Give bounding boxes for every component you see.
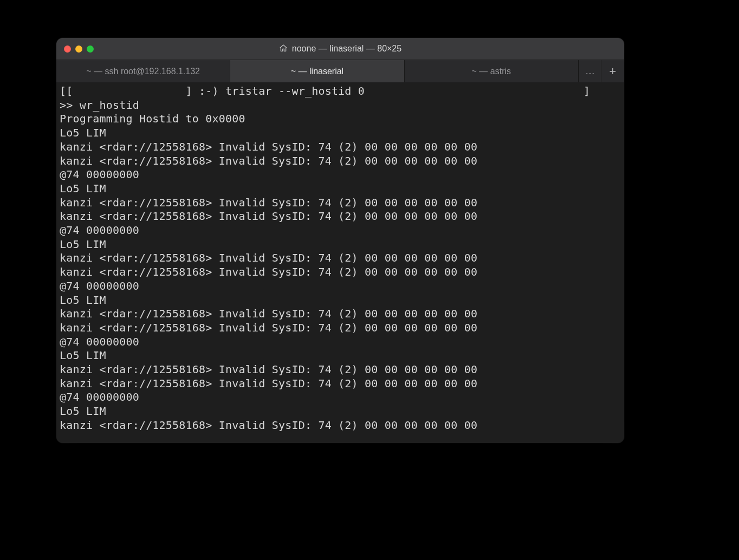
tab-label: ~ — linaserial (291, 67, 343, 76)
titlebar[interactable]: noone — linaserial — 80×25 (56, 38, 624, 60)
close-icon[interactable] (64, 45, 71, 53)
window-title-container: noone — linaserial — 80×25 (56, 44, 624, 54)
traffic-lights (56, 45, 94, 53)
terminal-window: noone — linaserial — 80×25 ~ — ssh root@… (56, 38, 624, 443)
new-tab-button[interactable]: + (601, 60, 624, 82)
plus-icon: + (610, 64, 617, 79)
tab-astris[interactable]: ~ — astris (405, 60, 579, 82)
zoom-icon[interactable] (87, 45, 94, 53)
tab-label: ~ — astris (472, 67, 511, 76)
tabbar: ~ — ssh root@192.168.1.132 ~ — linaseria… (56, 60, 624, 82)
terminal-output[interactable]: [[ ] :-) tristar --wr_hostid 0 ] >> wr_h… (56, 82, 624, 443)
home-icon (279, 44, 288, 54)
ellipsis-icon: … (585, 66, 595, 77)
window-title: noone — linaserial — 80×25 (292, 44, 401, 54)
tab-label: ~ — ssh root@192.168.1.132 (86, 67, 200, 76)
tab-ssh[interactable]: ~ — ssh root@192.168.1.132 (56, 60, 230, 82)
tab-linaserial[interactable]: ~ — linaserial (230, 60, 404, 82)
minimize-icon[interactable] (75, 45, 82, 53)
tab-overflow-button[interactable]: … (579, 60, 601, 82)
